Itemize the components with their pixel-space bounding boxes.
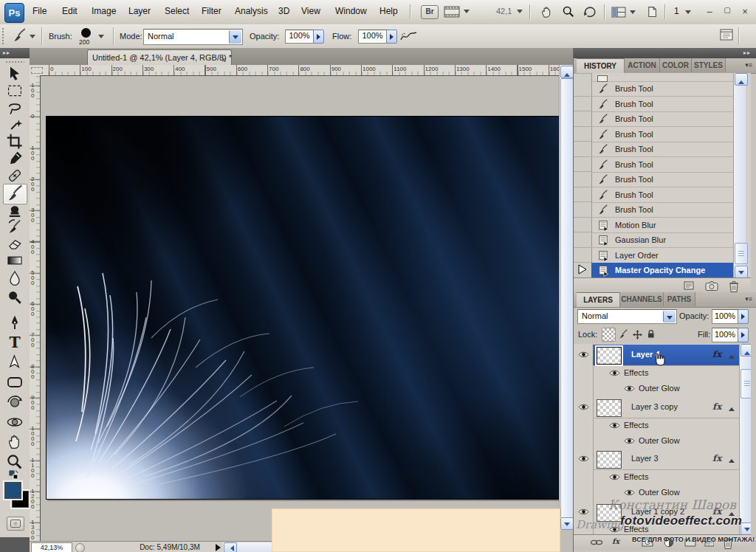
zoom-tool-icon[interactable] xyxy=(562,5,575,18)
layers-opacity-field[interactable]: 100% xyxy=(712,309,738,324)
tab-actions[interactable]: ACTION xyxy=(625,58,660,72)
visibility-eye-icon[interactable] xyxy=(578,508,589,516)
zoom-level-value[interactable]: 42,1 xyxy=(496,7,512,15)
crop-tool[interactable] xyxy=(6,133,24,151)
brush-size-value[interactable]: 200 xyxy=(79,38,89,46)
spot-healing-brush-tool[interactable] xyxy=(6,167,24,184)
history-item[interactable]: Brush Tool xyxy=(591,187,733,203)
tab-layers[interactable]: LAYERS xyxy=(577,292,620,307)
tab-paths[interactable]: PATHS xyxy=(664,292,695,306)
visibility-eye-icon[interactable] xyxy=(578,455,589,463)
opacity-field[interactable]: 100% xyxy=(285,30,314,44)
layer-row-selected[interactable]: Layer 4 fx xyxy=(593,345,739,366)
layers-opacity-spin[interactable] xyxy=(738,309,749,324)
screen-mode-value[interactable]: 1 xyxy=(674,6,679,16)
layer-thumbnail[interactable] xyxy=(597,451,622,469)
rotate-view-icon[interactable] xyxy=(583,5,597,18)
brush-tool-preset-icon[interactable] xyxy=(12,28,27,43)
link-layers-icon[interactable] xyxy=(590,539,603,546)
menu-edit[interactable]: Edit xyxy=(62,6,78,16)
effects-eye-icon[interactable] xyxy=(609,421,620,429)
menu-help[interactable]: Help xyxy=(379,6,398,16)
zoom-dropdown-caret[interactable] xyxy=(517,10,523,16)
history-item[interactable]: Brush Tool xyxy=(591,142,733,157)
history-item[interactable]: Gaussian Blur xyxy=(591,232,733,248)
history-snapshot-column[interactable] xyxy=(574,73,592,277)
view-extras-icon[interactable] xyxy=(444,6,460,18)
hand-tool-icon[interactable] xyxy=(540,5,554,19)
rectangular-marquee-tool[interactable] xyxy=(6,82,24,100)
effect-label[interactable]: Outer Glow xyxy=(639,384,680,393)
fx-badge[interactable]: fx xyxy=(712,401,721,412)
menu-select[interactable]: Select xyxy=(165,6,189,16)
history-scrollbar[interactable] xyxy=(733,73,746,277)
horizontal-ruler[interactable]: 0100200300400500600700800900100011001200… xyxy=(46,65,559,76)
new-snapshot-icon[interactable] xyxy=(705,280,718,291)
canvas-vertical-scrollbar[interactable] xyxy=(559,65,574,530)
extras-dropdown-caret[interactable] xyxy=(464,10,470,16)
collapse-effects-icon[interactable] xyxy=(729,352,735,359)
eyedropper-tool[interactable] xyxy=(6,150,24,168)
fx-badge[interactable]: fx xyxy=(712,349,721,359)
menu-3d[interactable]: 3D xyxy=(278,6,289,16)
layer-thumbnail[interactable] xyxy=(597,399,622,417)
history-item[interactable]: Brush Tool xyxy=(591,127,733,142)
blend-mode-select[interactable]: Normal xyxy=(577,309,677,324)
lock-transparency-icon[interactable] xyxy=(602,328,616,342)
effect-eye-icon[interactable] xyxy=(624,437,635,445)
effect-eye-icon[interactable] xyxy=(624,384,635,393)
blur-tool[interactable] xyxy=(6,269,24,287)
brush-preview-dot[interactable] xyxy=(81,28,91,38)
layers-scroll-thumb[interactable] xyxy=(740,369,751,399)
effect-label[interactable]: Outer Glow xyxy=(639,488,680,497)
menu-layer[interactable]: Layer xyxy=(128,6,151,16)
hand-tool[interactable] xyxy=(6,433,24,451)
history-item-selected[interactable]: Master Opacity Change xyxy=(591,263,733,277)
mode-dropdown-button[interactable] xyxy=(229,30,241,44)
history-item[interactable]: Brush Tool xyxy=(591,202,733,218)
tab-channels[interactable]: CHANNELS xyxy=(620,292,664,306)
fill-field[interactable]: 100% xyxy=(712,328,738,342)
scroll-up-button[interactable] xyxy=(560,66,574,78)
effect-eye-icon[interactable] xyxy=(624,489,635,497)
gradient-tool[interactable] xyxy=(6,252,24,269)
layer-row[interactable]: Layer 3 copy fx xyxy=(593,397,739,418)
brush-picker-caret[interactable] xyxy=(98,35,104,41)
zoom-tool[interactable] xyxy=(6,453,24,471)
history-scroll-thumb[interactable] xyxy=(735,243,748,264)
flow-spin-button[interactable] xyxy=(386,30,397,44)
history-state-pointer[interactable] xyxy=(578,264,587,275)
collapse-effects-icon[interactable] xyxy=(729,456,735,463)
lock-position-icon[interactable] xyxy=(632,329,643,340)
menu-image[interactable]: Image xyxy=(92,6,116,16)
flow-field[interactable]: 100% xyxy=(358,30,387,44)
history-brush-tool[interactable] xyxy=(6,218,24,235)
lasso-tool[interactable] xyxy=(6,99,24,117)
type-tool[interactable] xyxy=(6,334,24,351)
effects-eye-icon[interactable] xyxy=(609,473,620,481)
lock-paint-icon[interactable] xyxy=(618,329,628,339)
tool-preset-caret[interactable] xyxy=(30,35,35,41)
quick-selection-tool[interactable] xyxy=(6,116,24,134)
arrange-documents-icon[interactable] xyxy=(611,7,626,18)
arrange-dropdown-caret[interactable] xyxy=(630,10,636,17)
collapse-effects-icon[interactable] xyxy=(729,404,735,411)
tools-grip[interactable] xyxy=(5,61,24,64)
scroll-left-button[interactable] xyxy=(224,542,237,552)
launch-bridge-button[interactable]: Br xyxy=(421,5,439,19)
status-zoom-field[interactable]: 42,13% xyxy=(31,542,72,552)
history-item[interactable]: Brush Tool xyxy=(591,172,733,187)
menu-window[interactable]: Window xyxy=(335,6,367,16)
delete-state-icon[interactable] xyxy=(729,280,739,292)
document-tab[interactable]: Untitled-1 @ 42,1% (Layer 4, RGB/8) * × xyxy=(87,49,232,66)
menu-file[interactable]: File xyxy=(32,6,47,16)
close-button[interactable]: × xyxy=(738,6,752,17)
tab-history[interactable]: HISTORY xyxy=(577,58,625,73)
effects-eye-icon[interactable] xyxy=(609,369,620,377)
menu-filter[interactable]: Filter xyxy=(202,6,221,16)
visibility-eye-icon[interactable] xyxy=(578,351,589,359)
maximize-button[interactable]: ▢ xyxy=(721,6,734,14)
toggle-brushes-panel-icon[interactable] xyxy=(720,29,733,41)
canvas[interactable] xyxy=(46,116,560,500)
layers-scrollbar[interactable] xyxy=(739,344,751,534)
